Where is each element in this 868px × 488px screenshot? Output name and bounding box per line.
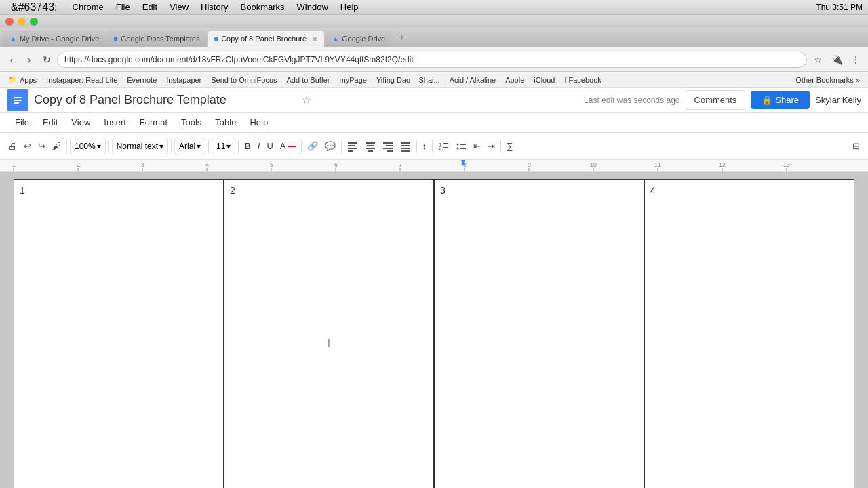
- tab-favicon: ■: [214, 35, 219, 43]
- bold-button[interactable]: B: [241, 137, 253, 156]
- user-profile[interactable]: Skylar Kelly: [815, 95, 861, 105]
- svg-rect-12: [383, 142, 393, 144]
- size-dropdown[interactable]: 11 ▾: [212, 138, 235, 155]
- extensions-button[interactable]: 🔌: [829, 52, 845, 68]
- bookmark-omnifocus[interactable]: Send to OmniFocus: [207, 75, 281, 85]
- back-button[interactable]: ‹: [4, 52, 19, 67]
- tab-brochure[interactable]: ■ Copy of 8 Panel Brochure ✕: [208, 30, 325, 47]
- panel-2[interactable]: 2 |: [224, 179, 434, 488]
- bullet-list-button[interactable]: [453, 137, 469, 156]
- size-value: 11: [216, 142, 225, 151]
- text-color-underline: [288, 146, 296, 147]
- svg-text:13: 13: [783, 161, 790, 168]
- bookmark-apps[interactable]: 📁 Apps: [4, 74, 41, 85]
- address-input[interactable]: [57, 52, 807, 68]
- apple-menu[interactable]: &#63743;: [5, 1, 63, 14]
- increase-indent-button[interactable]: ⇥: [485, 137, 498, 156]
- gdocs-menu-help[interactable]: Help: [244, 116, 273, 129]
- underline-button[interactable]: U: [264, 137, 275, 156]
- zoom-dropdown[interactable]: 100% ▾: [70, 138, 106, 155]
- star-button[interactable]: ☆: [302, 94, 311, 106]
- font-dropdown[interactable]: Arial ▾: [174, 138, 205, 155]
- comments-button[interactable]: Comments: [686, 90, 746, 110]
- tab-close-button[interactable]: ✕: [312, 35, 317, 43]
- mac-menu-chrome[interactable]: Chrome: [67, 1, 109, 13]
- mac-menu-window[interactable]: Window: [292, 1, 334, 13]
- text-cursor[interactable]: |: [328, 337, 330, 347]
- forward-button[interactable]: ›: [22, 52, 37, 67]
- svg-rect-3: [14, 102, 19, 104]
- tab-my-drive[interactable]: ▲ My Drive - Google Drive: [3, 30, 106, 47]
- bookmark-icloud[interactable]: iCloud: [530, 75, 559, 85]
- share-button[interactable]: 🔒 Share: [751, 91, 810, 109]
- svg-rect-1: [14, 97, 22, 98]
- toolbar-separator-6: [301, 140, 302, 153]
- bookmark-acid[interactable]: Acid / Alkaline: [446, 75, 500, 85]
- gdocs-menu-format[interactable]: Format: [134, 116, 173, 129]
- bookmark-mypage[interactable]: myPage: [336, 75, 371, 85]
- toolbar-separator: [66, 140, 67, 153]
- svg-rect-27: [460, 148, 466, 149]
- reload-button[interactable]: ↻: [39, 52, 54, 67]
- decrease-indent-button[interactable]: ⇤: [471, 137, 484, 156]
- bookmark-facebook[interactable]: f Facebook: [560, 75, 605, 85]
- mac-menu-history[interactable]: History: [195, 1, 233, 13]
- justify-button[interactable]: [397, 137, 414, 156]
- bookmark-buffer[interactable]: Add to Buffer: [283, 75, 334, 85]
- paint-format-button[interactable]: 🖌: [50, 137, 64, 156]
- mac-menu-bookmarks[interactable]: Bookmarks: [235, 1, 290, 13]
- doc-title[interactable]: Copy of 8 Panel Brochure Template: [34, 93, 296, 107]
- close-window-button[interactable]: [5, 18, 14, 26]
- gdocs-menu-table[interactable]: Table: [210, 116, 241, 129]
- undo-button[interactable]: ↩: [21, 137, 34, 156]
- panel-1[interactable]: 1: [14, 179, 224, 488]
- bookmark-instapaper2[interactable]: Instapaper: [162, 75, 205, 85]
- style-dropdown[interactable]: Normal text ▾: [112, 138, 168, 155]
- bookmark-other[interactable]: Other Bookmarks »: [791, 75, 864, 85]
- align-center-button[interactable]: [362, 137, 378, 156]
- gdocs-menu-insert[interactable]: Insert: [98, 116, 132, 129]
- tab-gdoc-templates[interactable]: ■ Google Docs Templates: [106, 30, 206, 47]
- toolbar-separator-3: [171, 140, 172, 153]
- chrome-menu-button[interactable]: ⋮: [848, 52, 864, 68]
- tab-google-drive[interactable]: ▲ Google Drive: [325, 30, 392, 47]
- tab-bar: ▲ My Drive - Google Drive ■ Google Docs …: [0, 28, 868, 47]
- bookmark-yifing[interactable]: Yifing Dao – Shai...: [372, 75, 444, 85]
- print-button[interactable]: 🖨: [5, 137, 20, 156]
- bookmark-button[interactable]: ☆: [810, 52, 826, 68]
- mac-menu-view[interactable]: View: [164, 1, 194, 13]
- gdocs-menu-edit[interactable]: Edit: [37, 116, 63, 129]
- align-left-button[interactable]: [344, 137, 361, 156]
- gdocs-menu-view[interactable]: View: [66, 116, 96, 129]
- minimize-window-button[interactable]: [18, 18, 26, 26]
- maximize-window-button[interactable]: [30, 18, 38, 26]
- doc-area[interactable]: 1 2 | 3 4: [0, 172, 868, 488]
- panel-4[interactable]: 4: [644, 179, 854, 488]
- italic-button[interactable]: I: [255, 137, 263, 156]
- redo-button[interactable]: ↪: [35, 137, 48, 156]
- bookmark-evernote[interactable]: Evernote: [123, 75, 161, 85]
- tab-favicon: ▲: [332, 35, 339, 43]
- link-button[interactable]: 🔗: [304, 137, 321, 156]
- new-tab-button[interactable]: +: [395, 28, 407, 47]
- text-color-label: A: [280, 141, 286, 151]
- text-color-button[interactable]: A: [277, 137, 298, 156]
- svg-text:7: 7: [399, 161, 402, 168]
- toolbar-expand-button[interactable]: ⊞: [850, 137, 863, 156]
- numbered-list-button[interactable]: 1.2.: [435, 137, 452, 156]
- mac-menu-file[interactable]: File: [111, 1, 136, 13]
- mac-menu-edit[interactable]: Edit: [137, 1, 163, 13]
- gdocs-menu-tools[interactable]: Tools: [176, 116, 207, 129]
- line-spacing-button[interactable]: ↕: [420, 137, 430, 156]
- tab-favicon: ■: [113, 35, 118, 43]
- formula-button[interactable]: ∑: [504, 137, 515, 156]
- svg-text:12: 12: [719, 161, 726, 168]
- gdocs-menu-file[interactable]: File: [9, 116, 35, 129]
- bookmark-apple[interactable]: Apple: [501, 75, 528, 85]
- mac-menu-help[interactable]: Help: [335, 1, 364, 13]
- bookmark-instapaper[interactable]: Instapaper: Read Lite: [42, 75, 121, 85]
- panel-3[interactable]: 3: [434, 179, 644, 488]
- align-right-button[interactable]: [380, 137, 396, 156]
- comment-button[interactable]: 💬: [322, 137, 338, 156]
- svg-rect-25: [460, 144, 466, 145]
